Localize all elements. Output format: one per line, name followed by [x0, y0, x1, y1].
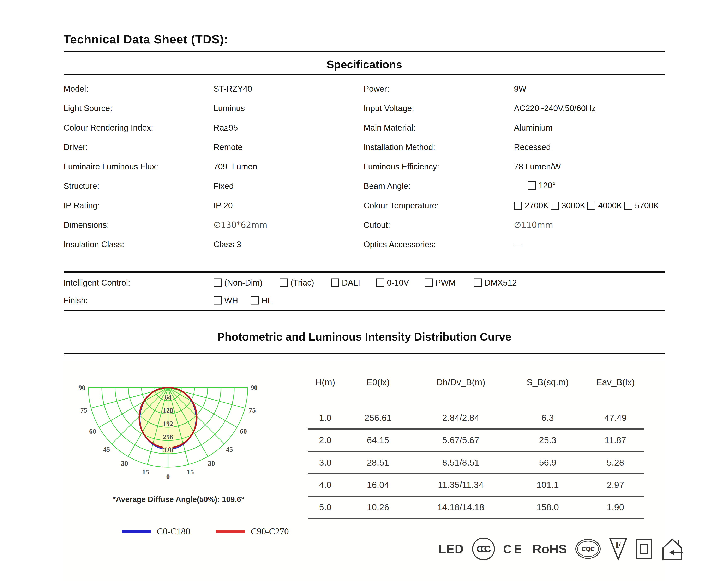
dali-checkbox[interactable] [331, 279, 339, 287]
colour-temp-5700k-checkbox[interactable] [624, 202, 632, 210]
page-title: Technical Data Sheet (TDS): [64, 32, 228, 46]
svg-text:15: 15 [142, 468, 149, 476]
spec-label: Luminous Efficiency: [364, 162, 514, 171]
spec-label: Optics Accessories: [364, 240, 514, 249]
non-dim-checkbox[interactable] [214, 279, 221, 287]
col-header: S_B(sq.m) [508, 377, 587, 387]
finish-hl-checkbox[interactable] [251, 296, 259, 304]
finish-label: Finish: [64, 296, 88, 305]
colour-temp-4000k-checkbox[interactable] [588, 202, 595, 210]
svg-text:320: 320 [163, 446, 173, 454]
svg-text:45: 45 [226, 446, 233, 453]
class-ii-double-square-icon [636, 538, 652, 560]
spec-value: Luminus [214, 104, 364, 113]
rohs-mark: RoHS [533, 542, 567, 556]
pwm-checkbox[interactable] [425, 279, 433, 287]
spec-value: Ra≥95 [214, 123, 364, 132]
led-mark: LED [439, 542, 464, 556]
svg-text:30: 30 [208, 460, 215, 467]
spec-label: Cutout: [364, 220, 514, 230]
spec-label: Structure: [64, 182, 214, 191]
intelligent-control-label: Intelligent Control: [64, 278, 130, 287]
spec-value: ∅110mm [514, 220, 665, 230]
triac-checkbox[interactable] [280, 279, 288, 287]
spec-label: Luminaire Luminous Flux: [64, 162, 214, 171]
finish-row: Finish: WH HL [64, 292, 665, 309]
svg-text:15: 15 [187, 468, 194, 476]
indoor-use-house-icon [661, 537, 684, 561]
divider [64, 51, 665, 52]
spec-value: Class 3 [214, 240, 364, 249]
divider [64, 271, 665, 273]
spec-label: Light Source: [64, 104, 214, 113]
spec-value: — [514, 240, 665, 249]
spec-label: Driver: [64, 143, 214, 152]
svg-text:64: 64 [165, 394, 172, 401]
table-row: 1.0 256.61 2.84/2.84 6.3 47.49 [308, 407, 644, 429]
table-row: 4.0 16.04 11.35/11.34 101.1 2.97 [308, 474, 644, 497]
spec-label: Insulation Class: [64, 240, 214, 249]
beam-angle-value: 120° [514, 171, 665, 201]
c0-c180-line-swatch [122, 530, 151, 532]
spec-value: AC220~240V,50/60Hz [514, 104, 665, 113]
illuminance-table: H(m) E0(lx) Dh/Dv_B(m) S_B(sq.m) Eav_B(l… [308, 377, 644, 519]
spec-value: Remote [214, 143, 364, 152]
svg-text:45: 45 [103, 446, 110, 453]
table-row: 2.0 64.15 5.67/5.67 25.3 11.87 [308, 429, 644, 452]
svg-text:90: 90 [79, 384, 85, 392]
cqc-mark-icon: CQC [575, 539, 601, 559]
average-diffuse-angle-note: *Average Diffuse Angle(50%): 109.6° [113, 495, 244, 504]
svg-text:0: 0 [166, 473, 170, 480]
table-row: 3.0 28.51 8.51/8.51 56.9 5.28 [308, 452, 644, 474]
0-10v-checkbox[interactable] [376, 279, 384, 287]
col-header: H(m) [308, 377, 343, 387]
spec-value: Recessed [514, 143, 665, 152]
finish-wh-checkbox[interactable] [214, 296, 221, 304]
svg-text:90: 90 [251, 384, 258, 392]
c90-c270-line-swatch [216, 530, 245, 532]
dmx512-checkbox[interactable] [474, 279, 482, 287]
ccc-mark-icon: CCC [472, 538, 495, 560]
photometric-heading: Photometric and Luminous Intensity Distr… [64, 330, 665, 343]
colour-temp-3000k-checkbox[interactable] [551, 202, 559, 210]
spec-label: Installation Method: [364, 143, 514, 152]
beam-angle-checkbox[interactable] [528, 182, 536, 190]
spec-value: Fixed [214, 182, 364, 191]
svg-text:75: 75 [249, 406, 256, 414]
svg-text:75: 75 [80, 406, 87, 414]
spec-label: Input Voltage: [364, 104, 514, 113]
spec-label: Colour Rendering Index: [64, 123, 214, 132]
table-row: 5.0 10.26 14.18/14.18 158.0 1.90 [308, 497, 644, 519]
spec-label: Colour Temperature: [364, 201, 514, 210]
certification-logos: LED CCC CE RoHS CQC F [439, 533, 684, 564]
illuminance-table-header: H(m) E0(lx) Dh/Dv_B(m) S_B(sq.m) Eav_B(l… [308, 377, 644, 407]
spec-value: IP 20 [214, 201, 364, 210]
specifications-heading: Specifications [64, 58, 665, 71]
spec-label: Model: [64, 84, 214, 93]
colour-temp-2700k-checkbox[interactable] [514, 202, 522, 210]
specifications-table: Model: ST-RZY40 Power: 9W Light Source: … [64, 79, 665, 254]
spec-label: Power: [364, 84, 514, 93]
photometric-panel: 64 128 192 256 320 90 75 60 45 30 15 90 … [64, 361, 665, 581]
col-header: Dh/Dv_B(m) [413, 377, 508, 387]
svg-text:256: 256 [163, 433, 173, 441]
tds-document: Technical Data Sheet (TDS): Specificatio… [0, 0, 726, 588]
spec-value: 709 Lumen [214, 162, 364, 171]
spec-value: 78 Lumen/W [514, 162, 665, 171]
svg-text:30: 30 [121, 460, 128, 467]
col-header: E0(lx) [343, 377, 413, 387]
divider [64, 310, 665, 311]
svg-text:128: 128 [163, 407, 173, 414]
ce-mark-icon: CE [503, 542, 524, 556]
spec-label: IP Rating: [64, 201, 214, 210]
f-mark-triangle-icon: F [609, 537, 627, 561]
colour-temperature-options: 2700K 3000K 4000K 5700K [514, 201, 665, 210]
spec-value: Aluminium [514, 123, 665, 132]
spec-value: ST-RZY40 [214, 84, 364, 93]
spec-value: 9W [514, 84, 665, 93]
divider [64, 353, 665, 354]
svg-text:60: 60 [240, 427, 247, 435]
col-header: Eav_B(lx) [587, 377, 644, 387]
svg-text:F: F [616, 540, 621, 550]
spec-value: ∅130*62mm [214, 220, 364, 230]
